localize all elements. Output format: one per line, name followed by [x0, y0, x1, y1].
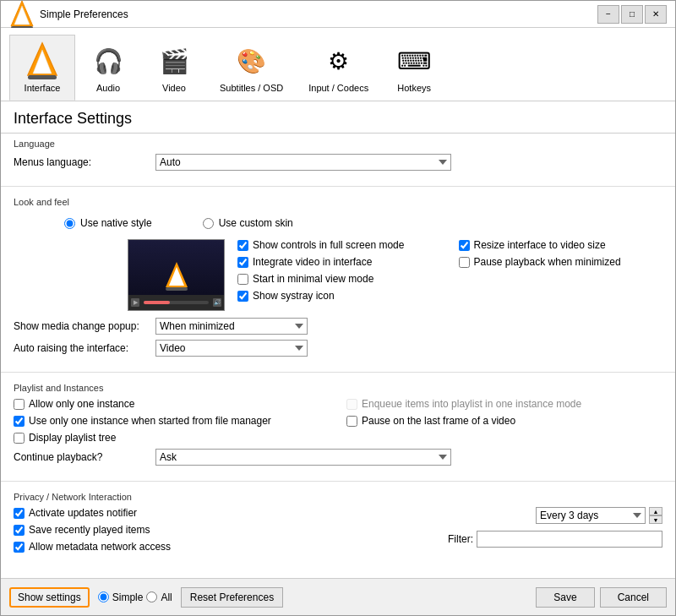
tab-input[interactable]: ⚙ Input / Codecs	[296, 35, 381, 101]
tab-interface[interactable]: Interface	[9, 35, 75, 101]
playlist-right-checkboxes: Enqueue items into playlist in one insta…	[346, 398, 662, 444]
checkbox-minimal-view: Start in minimal view mode	[237, 273, 442, 285]
checkbox-grid: Show controls in full screen mode Integr…	[237, 239, 662, 302]
privacy-content: Activate updates notifier Save recently …	[14, 507, 662, 553]
menus-language-select[interactable]: Auto	[155, 154, 451, 171]
checkbox-integrate-video: Integrate video in interface	[237, 256, 442, 268]
tab-hotkeys[interactable]: ⌨ Hotkeys	[381, 35, 447, 101]
integrate-video-checkbox[interactable]	[237, 257, 248, 268]
privacy-checkboxes: Activate updates notifier Save recently …	[14, 507, 330, 553]
resize-interface-checkbox[interactable]	[459, 240, 470, 251]
enqueue-items-label: Enqueue items into playlist in one insta…	[362, 398, 581, 410]
preview-play-icon: ▶	[131, 298, 139, 307]
frequency-down-button[interactable]: ▼	[649, 515, 662, 524]
window-controls: − □ ✕	[597, 5, 667, 24]
custom-skin-option[interactable]: Use custom skin	[203, 217, 293, 229]
simple-view-radio[interactable]	[98, 591, 109, 602]
custom-skin-radio[interactable]	[203, 218, 214, 229]
view-mode-group: Simple All	[98, 591, 172, 603]
vlc-icon	[9, 0, 35, 30]
systray-checkbox[interactable]	[237, 291, 248, 302]
subtitles-tab-icon: 🎨	[232, 41, 272, 81]
media-popup-label: Show media change popup:	[14, 320, 149, 332]
checkbox-display-playlist: Display playlist tree	[14, 432, 330, 444]
simple-view-label: Simple	[112, 591, 144, 603]
tab-video[interactable]: 🎬 Video	[141, 35, 207, 101]
bottom-left: Show settings Simple All Reset Preferenc…	[9, 587, 283, 608]
native-style-label: Use native style	[80, 217, 152, 229]
preview-area: ▶ 🔊 Show controls in full screen mode	[14, 239, 662, 311]
svg-rect-8	[166, 287, 188, 291]
pause-minimized-checkbox[interactable]	[459, 257, 470, 268]
checkboxes-container: Show controls in full screen mode Integr…	[237, 239, 662, 311]
checkbox-recently-played: Save recently played items	[14, 524, 330, 536]
tab-audio[interactable]: 🎧 Audio	[75, 35, 141, 101]
media-popup-select[interactable]: When minimized Always Never	[155, 318, 308, 335]
native-style-radio[interactable]	[64, 218, 75, 229]
menus-language-row: Menus language: Auto	[14, 154, 662, 171]
vlc-preview-thumb: ▶ 🔊	[128, 239, 225, 311]
title-bar: Simple Preferences − □ ✕	[1, 1, 675, 28]
one-instance-checkbox[interactable]	[14, 399, 25, 410]
resize-interface-label: Resize interface to video size	[474, 239, 606, 251]
updates-notifier-checkbox[interactable]	[14, 508, 25, 519]
recently-played-label: Save recently played items	[29, 524, 150, 536]
preview-vol-icon: 🔊	[213, 298, 221, 307]
file-manager-instance-checkbox[interactable]	[14, 416, 25, 427]
title-bar-left: Simple Preferences	[9, 0, 128, 30]
systray-label: Show systray icon	[253, 290, 335, 302]
checkbox-fullscreen-controls: Show controls in full screen mode	[237, 239, 442, 251]
metadata-network-label: Allow metadata network access	[29, 541, 171, 553]
preview-cone-icon	[164, 260, 189, 291]
auto-raising-label: Auto raising the interface:	[14, 342, 149, 354]
tab-subtitles[interactable]: 🎨 Subtitles / OSD	[207, 35, 296, 101]
cancel-button[interactable]: Cancel	[600, 587, 667, 608]
display-playlist-label: Display playlist tree	[29, 432, 116, 444]
all-view-label: All	[161, 591, 172, 603]
checkbox-updates-notifier: Activate updates notifier	[14, 507, 330, 519]
updates-frequency-select[interactable]: Every 3 days Every day Every week	[536, 507, 646, 524]
fullscreen-controls-label: Show controls in full screen mode	[253, 239, 404, 251]
continue-playback-select[interactable]: Ask Always continue Never continue	[155, 449, 451, 466]
fullscreen-controls-checkbox[interactable]	[237, 240, 248, 251]
reset-preferences-button[interactable]: Reset Preferences	[181, 587, 283, 608]
look-and-feel-section: Look and feel Use native style Use custo…	[1, 192, 675, 367]
auto-raising-select[interactable]: Video Audio Never	[155, 340, 308, 357]
minimal-view-checkbox[interactable]	[237, 274, 248, 285]
save-button[interactable]: Save	[536, 587, 594, 608]
privacy-section: Privacy / Network Interaction Activate u…	[1, 487, 675, 558]
playlist-checkbox-grid: Allow only one instance Use only one ins…	[14, 398, 662, 444]
interface-cone-icon	[25, 41, 59, 80]
auto-raising-row: Auto raising the interface: Video Audio …	[14, 340, 662, 357]
checkbox-enqueue-items: Enqueue items into playlist in one insta…	[346, 398, 662, 410]
subtitles-tab-label: Subtitles / OSD	[220, 83, 283, 93]
close-button[interactable]: ✕	[645, 5, 667, 24]
metadata-network-checkbox[interactable]	[14, 542, 25, 553]
recently-played-checkbox[interactable]	[14, 525, 25, 536]
filter-input[interactable]	[477, 531, 662, 548]
display-playlist-checkbox[interactable]	[14, 433, 25, 444]
frequency-up-button[interactable]: ▲	[649, 507, 662, 515]
minimize-button[interactable]: −	[597, 5, 619, 24]
privacy-right: Every 3 days Every day Every week ▲ ▼ Fi…	[346, 507, 662, 553]
native-style-option[interactable]: Use native style	[64, 217, 152, 229]
language-section-title: Language	[14, 139, 662, 149]
right-checkboxes: Resize interface to video size Pause pla…	[459, 239, 663, 302]
language-section: Language Menus language: Auto	[1, 134, 675, 181]
checkbox-file-manager-instance: Use only one instance when started from …	[14, 415, 330, 427]
enqueue-items-checkbox[interactable]	[346, 399, 357, 410]
playlist-section: Playlist and Instances Allow only one in…	[1, 378, 675, 476]
hotkeys-tab-icon: ⌨	[394, 41, 434, 81]
media-popup-row: Show media change popup: When minimized …	[14, 318, 662, 335]
checkbox-pause-last-frame: Pause on the last frame of a video	[346, 415, 662, 427]
content-area[interactable]: Language Menus language: Auto Look and f…	[1, 134, 675, 578]
show-settings-button[interactable]: Show settings	[9, 587, 90, 608]
all-view-radio[interactable]	[146, 591, 157, 602]
pause-last-frame-checkbox[interactable]	[346, 416, 357, 427]
checkbox-metadata-network: Allow metadata network access	[14, 541, 330, 553]
preview-progress-bar	[144, 301, 209, 304]
one-instance-label: Allow only one instance	[29, 398, 134, 410]
updates-frequency-row: Every 3 days Every day Every week ▲ ▼	[346, 507, 662, 524]
main-window: Simple Preferences − □ ✕ Interface 🎧 Aud…	[0, 0, 676, 616]
maximize-button[interactable]: □	[621, 5, 643, 24]
